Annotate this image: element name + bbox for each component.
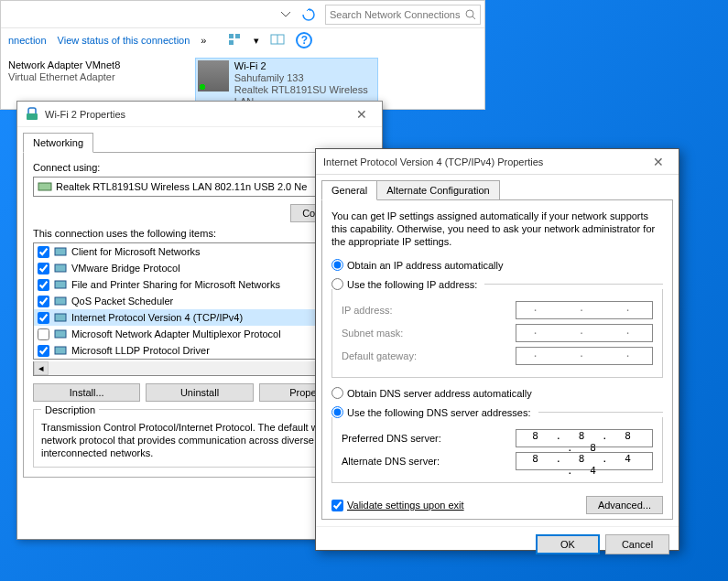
chevron-down-icon[interactable]: » xyxy=(201,35,206,46)
radio-dns-auto-label: Obtain DNS server address automatically xyxy=(347,388,532,399)
subnet-input: . . . xyxy=(516,324,653,342)
ip-address-label: IP address: xyxy=(342,305,392,316)
component-icon xyxy=(53,277,68,292)
uninstall-button[interactable]: Uninstall xyxy=(146,383,253,402)
command-bar: nnection View status of this connection … xyxy=(1,28,484,52)
svg-rect-14 xyxy=(55,330,66,338)
tab-row: General Alternate Configuration xyxy=(316,175,679,200)
dns-field-group: Preferred DNS server:8 . 8 . 8 . 8 Alter… xyxy=(331,417,663,483)
radio-ip-auto-input[interactable] xyxy=(331,259,343,271)
component-icon xyxy=(53,310,68,325)
radio-ip-manual-label: Use the following IP address: xyxy=(347,279,477,290)
dropdown-icon[interactable]: ▾ xyxy=(254,35,259,47)
adapter-sub: Virtual Ethernet Adapter xyxy=(8,71,120,83)
component-icon xyxy=(53,294,68,308)
adapter-name: Wi-Fi 2 xyxy=(234,60,375,72)
gateway-input: . . . xyxy=(516,347,653,365)
component-icon xyxy=(53,244,68,259)
item-checkbox[interactable] xyxy=(38,312,49,324)
radio-dns-manual-label: Use the following DNS server addresses: xyxy=(347,407,531,418)
ipv4-properties-dialog: Internet Protocol Version 4 (TCP/IPv4) P… xyxy=(315,148,679,551)
dns-pref-input[interactable]: 8 . 8 . 8 . 8 xyxy=(516,429,653,447)
svg-point-0 xyxy=(466,10,473,17)
svg-rect-9 xyxy=(55,248,66,255)
nic-icon xyxy=(38,180,52,193)
ip-field-group: IP address:. . . Subnet mask:. . . Defau… xyxy=(331,289,663,378)
advanced-button[interactable]: Advanced... xyxy=(586,496,663,514)
titlebar[interactable]: Wi-Fi 2 Properties ✕ xyxy=(17,102,382,127)
item-label: File and Printer Sharing for Microsoft N… xyxy=(71,279,280,290)
close-icon[interactable]: ✕ xyxy=(349,107,375,122)
cmd-view-status[interactable]: View status of this connection xyxy=(58,35,190,46)
radio-dns-auto[interactable]: Obtain DNS server address automatically xyxy=(331,385,663,401)
component-icon xyxy=(53,261,68,275)
svg-rect-15 xyxy=(55,347,66,354)
subnet-label: Subnet mask: xyxy=(342,328,403,339)
address-dropdown-icon[interactable] xyxy=(279,2,292,27)
preview-icon[interactable] xyxy=(270,33,285,48)
item-label: Client for Microsoft Networks xyxy=(71,246,201,257)
validate-label: Validate settings upon exit xyxy=(347,500,464,511)
item-checkbox[interactable] xyxy=(38,263,49,274)
install-button[interactable]: Install... xyxy=(33,383,140,402)
cmd-connection[interactable]: nnection xyxy=(8,35,47,46)
gateway-label: Default gateway: xyxy=(342,350,417,361)
radio-ip-auto[interactable]: Obtain an IP address automatically xyxy=(331,257,663,273)
dns-alt-label: Alternate DNS server: xyxy=(342,456,440,467)
ok-button[interactable]: OK xyxy=(536,534,600,554)
svg-rect-13 xyxy=(55,314,66,321)
intro-text: You can get IP settings assigned automat… xyxy=(331,210,663,248)
search-placeholder: Search Network Connections xyxy=(330,9,460,20)
svg-rect-7 xyxy=(27,113,38,120)
svg-rect-4 xyxy=(229,40,234,45)
tab-general[interactable]: General xyxy=(321,180,377,200)
tab-alternate[interactable]: Alternate Configuration xyxy=(376,180,500,200)
item-label: Microsoft LLDP Protocol Driver xyxy=(71,345,210,356)
radio-ip-auto-label: Obtain an IP address automatically xyxy=(347,260,503,271)
svg-line-1 xyxy=(473,16,475,19)
dialog-title: Internet Protocol Version 4 (TCP/IPv4) P… xyxy=(323,156,646,167)
network-icon xyxy=(25,107,39,122)
address-bar: Search Network Connections xyxy=(1,1,484,28)
item-checkbox[interactable] xyxy=(38,345,49,357)
tab-networking[interactable]: Networking xyxy=(23,133,93,153)
validate-checkbox[interactable] xyxy=(331,500,343,511)
item-label: Internet Protocol Version 4 (TCP/IPv4) xyxy=(71,312,243,323)
validate-checkbox-row[interactable]: Validate settings upon exit xyxy=(331,500,464,511)
svg-rect-2 xyxy=(229,34,234,38)
dialog-footer: OK Cancel xyxy=(316,526,679,562)
explorer-window: Search Network Connections nnection View… xyxy=(0,0,485,110)
svg-rect-10 xyxy=(55,264,66,272)
close-icon[interactable]: ✕ xyxy=(646,155,671,169)
dns-alt-input[interactable]: 8 . 8 . 4 . 4 xyxy=(516,452,653,470)
component-icon xyxy=(53,327,68,341)
search-icon xyxy=(465,9,476,20)
item-label: QoS Packet Scheduler xyxy=(71,296,173,307)
description-title: Description xyxy=(41,404,99,415)
ip-address-input: . . . xyxy=(516,301,653,319)
item-checkbox[interactable] xyxy=(38,328,49,340)
svg-rect-3 xyxy=(235,34,240,38)
view-icon[interactable] xyxy=(228,33,243,48)
scroll-left-icon[interactable]: ◂ xyxy=(34,361,49,375)
item-label: VMware Bridge Protocol xyxy=(71,263,180,274)
svg-rect-12 xyxy=(55,297,66,305)
item-checkbox[interactable] xyxy=(38,296,49,307)
tab-panel: You can get IP settings assigned automat… xyxy=(321,199,673,520)
radio-dns-auto-input[interactable] xyxy=(331,387,343,399)
titlebar[interactable]: Internet Protocol Version 4 (TCP/IPv4) P… xyxy=(316,149,679,175)
adapter-name: Network Adapter VMnet8 xyxy=(8,59,120,71)
svg-rect-11 xyxy=(55,281,66,288)
component-icon xyxy=(53,343,68,358)
adapter-ssid: Sahufamily 133 xyxy=(234,72,375,84)
search-input[interactable]: Search Network Connections xyxy=(325,5,481,25)
refresh-icon[interactable] xyxy=(298,4,320,26)
description-text: Transmission Control Protocol/Internet P… xyxy=(41,421,358,459)
item-label: Microsoft Network Adapter Multiplexor Pr… xyxy=(71,328,281,339)
item-checkbox[interactable] xyxy=(38,279,49,291)
cancel-button[interactable]: Cancel xyxy=(605,534,669,554)
help-icon[interactable]: ? xyxy=(296,32,312,48)
adapter-name: Realtek RTL8191SU Wireless LAN 802.11n U… xyxy=(56,181,307,192)
wifi-adapter-icon xyxy=(198,60,229,91)
item-checkbox[interactable] xyxy=(38,246,49,258)
